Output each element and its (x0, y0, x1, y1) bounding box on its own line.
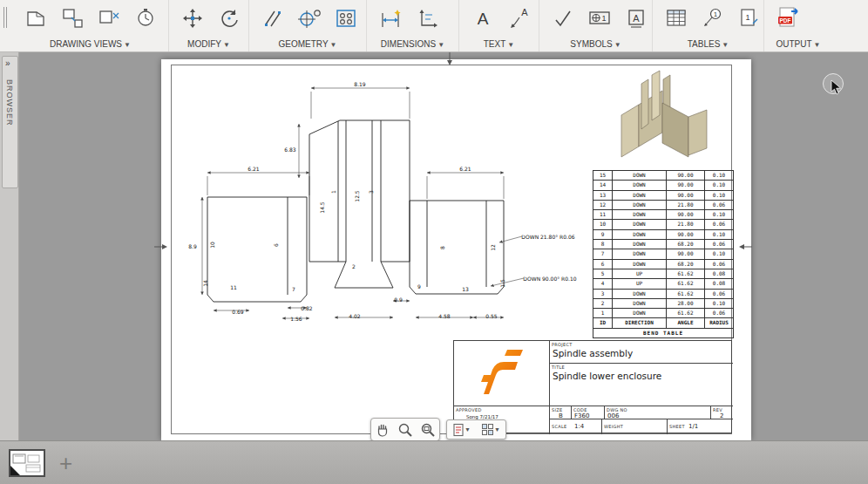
sheet-tab-thumbnail[interactable] (9, 449, 45, 477)
text-button[interactable]: A (468, 4, 498, 32)
bend-table-cell: 14 (593, 181, 613, 190)
bend-table-cell: 0.10 (705, 210, 734, 220)
surface-texture-button[interactable] (548, 4, 578, 32)
toolbar-group-symbols: 1 A SYMBOLS▼ (539, 0, 653, 51)
zoom-button[interactable] (396, 419, 415, 440)
bend-table-cell: 0.06 (705, 259, 734, 269)
dimension-label: 0.69 (232, 309, 243, 315)
dimension-label: DOWN 90.00° R0.10 (523, 276, 576, 282)
bend-table-row: 8DOWN68.200.06 (593, 240, 734, 249)
renumber-balloons-button[interactable]: 1 (734, 4, 763, 32)
caret-down-icon: ▼ (722, 41, 729, 49)
modify-menu[interactable]: MODIFY▼ (169, 39, 248, 49)
dimensions-menu[interactable]: DIMENSIONS▼ (367, 39, 458, 49)
rotate-button[interactable] (214, 4, 244, 32)
text-menu[interactable]: TEXT▼ (459, 39, 539, 49)
bend-table-cell: DOWN (613, 190, 667, 200)
center-mark-icon (297, 6, 322, 31)
dimension-label: 12 (490, 244, 496, 251)
bend-table-cell: 61.62 (667, 309, 705, 318)
bend-table-cell: 21.80 (667, 200, 705, 209)
caret-down-icon: ▼ (494, 426, 500, 433)
bend-table-cell: 8 (593, 240, 613, 249)
bend-table-header-cell: RADIUS (705, 318, 734, 328)
bend-table-cell: 61.62 (667, 289, 705, 298)
sheet-value: 1/1 (688, 423, 698, 430)
base-view-button[interactable] (21, 4, 51, 32)
table-icon (664, 6, 688, 31)
sheet-settings-icon (452, 423, 465, 437)
title-value: Spindle lower enclosure (553, 371, 661, 381)
dimension-button[interactable] (376, 4, 405, 32)
sheet-settings-button[interactable]: ▼ (451, 420, 472, 439)
bend-table-cell: 28.00 (667, 298, 705, 308)
toolbar-group-geometry: GEOMETRY▼ (249, 0, 367, 51)
sheet-label: SHEET (669, 424, 685, 429)
pan-button[interactable] (373, 419, 392, 440)
toolbar-group-drawing-views: DRAWING VIEWS▼ (12, 0, 169, 51)
bend-table-cell: DOWN (613, 240, 667, 249)
browser-panel-collapsed[interactable]: » BROWSER (0, 52, 19, 440)
bend-table-cell: DOWN (613, 171, 667, 181)
auxiliary-view-button[interactable] (94, 4, 124, 32)
bend-table-cell: 7 (593, 249, 613, 259)
datum-identifier-button[interactable]: 1 (585, 4, 614, 32)
fusion-drawing-app: DRAWING VIEWS▼ MODIFY▼ (0, 0, 868, 484)
projected-view-button[interactable] (58, 4, 87, 32)
dimension-label: 1 (330, 190, 336, 194)
bend-table-cell: 0.10 (705, 181, 734, 190)
bend-table-cell: 90.00 (667, 171, 705, 181)
sketch-line-button[interactable] (258, 4, 288, 32)
output-menu-label: OUTPUT (776, 39, 811, 49)
ordinate-dimension-button[interactable] (412, 4, 442, 32)
bend-table-cell: 0.08 (705, 269, 734, 278)
feature-frame-button[interactable]: A (621, 4, 651, 32)
detail-view-button[interactable] (131, 4, 160, 32)
output-pdf-button[interactable]: PDF (773, 4, 803, 32)
toolbar-group-output: PDF OUTPUT▼ (764, 0, 832, 51)
dimension-label: 1.56 (290, 316, 302, 322)
tables-menu[interactable]: TABLES▼ (653, 39, 763, 49)
bend-table-row: 7DOWN90.000.10 (593, 249, 734, 259)
grid-display-button[interactable]: ▼ (479, 420, 502, 439)
leader-text-button[interactable]: A (505, 4, 534, 32)
bend-table-cell: 1 (593, 309, 613, 318)
title-label: TITLE (552, 365, 565, 370)
renumber-icon: 1 (736, 6, 761, 31)
mouse-cursor (831, 79, 843, 95)
bend-table-row: 9DOWN90.000.10 (593, 229, 734, 239)
bend-table-row: 13DOWN90.000.10 (593, 190, 734, 200)
center-mark-button[interactable] (295, 4, 324, 32)
drawing-views-menu[interactable]: DRAWING VIEWS▼ (12, 39, 168, 49)
dimension-label: 4.02 (349, 313, 360, 319)
bend-table-cell: 0.06 (705, 240, 734, 249)
sheet-tabs-bar: + (0, 440, 868, 484)
bend-table-row: 3DOWN61.620.06 (593, 289, 734, 298)
zoom-window-button[interactable] (418, 419, 437, 440)
dimension-label: 6.21 (459, 166, 471, 172)
dimension-label: 1.5 (499, 279, 505, 288)
browser-tab[interactable]: » BROWSER (2, 56, 18, 188)
bend-table-row: 2DOWN28.000.10 (593, 298, 734, 308)
toolbar-group-tables: 1 1 TABLES▼ (653, 0, 764, 51)
caret-down-icon: ▼ (814, 41, 821, 49)
geometry-menu[interactable]: GEOMETRY▼ (249, 39, 366, 49)
center-mark-pattern-button[interactable] (331, 4, 361, 32)
add-sheet-button[interactable]: + (59, 452, 72, 474)
move-button[interactable] (178, 4, 207, 32)
bend-table-row: 5UP61.620.08 (593, 269, 734, 278)
symbols-menu[interactable]: SYMBOLS▼ (539, 39, 652, 49)
toolbar-grip-handle[interactable] (0, 0, 12, 52)
bend-table-cell: DOWN (613, 220, 667, 229)
dimension-label: 14.5 (319, 201, 325, 213)
balloon-button[interactable]: 1 (698, 4, 728, 32)
text-icon: A (471, 6, 495, 31)
drawing-canvas[interactable]: 8.196.836.216.218.9106812112.5314.521179… (19, 52, 868, 440)
table-button[interactable] (661, 4, 691, 32)
browser-expand-icon[interactable]: » (5, 58, 10, 68)
drawing-sheet[interactable]: 8.196.836.216.218.9106812112.5314.521179… (161, 59, 751, 440)
bend-table-cell: 0.10 (705, 229, 734, 239)
geometry-menu-label: GEOMETRY (279, 39, 329, 49)
output-menu[interactable]: OUTPUT▼ (764, 39, 832, 49)
caret-down-icon: ▼ (330, 41, 337, 49)
